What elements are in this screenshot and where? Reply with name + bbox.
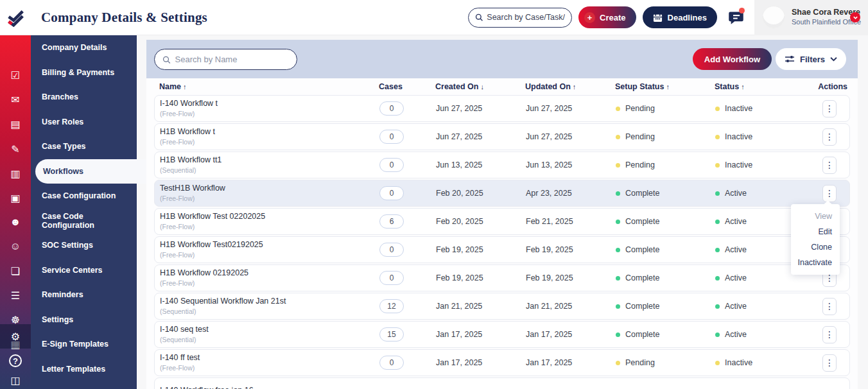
cases-count-badge: 0 [379,130,404,144]
global-search-input[interactable] [487,13,565,22]
setup-status-value: Complete [625,217,660,226]
sidebar-item-settings[interactable]: Settings [31,307,137,333]
sidebar-item-service-centers[interactable]: Service Centers [31,258,137,283]
table-row[interactable]: I-140 Sequential Workflow Jan 21st (Sequ… [154,293,850,320]
sidebar-item-billing-payments[interactable]: Billing & Payments [31,60,137,85]
sidebar-item-case-configuration[interactable]: Case Configuration [31,184,137,209]
table-row[interactable]: I-140 Workflow t (Free-Flow) 0 Jun 27, 2… [154,95,850,122]
user-caret-button[interactable] [850,12,860,22]
created-on-value: Jun 27, 2025 [436,132,526,141]
table-row[interactable]: I-140 seq test (Sequential) 15 Jan 17, 2… [154,321,850,348]
workflows-toolbar: Add Workflow Filters [146,40,858,78]
table-row[interactable]: TestH1B Workflow (Free-Flow) 0 Feb 20, 2… [154,180,850,207]
column-header-name[interactable]: Name↑ [159,82,379,91]
row-actions-button[interactable]: ⋮ [822,100,837,117]
filters-label: Filters [800,55,825,64]
sidebar-item-label: Case Configuration [42,191,116,200]
table-row[interactable]: H1B Workflow Test02192025 (Free-Flow) 0 … [154,236,850,263]
global-search[interactable] [468,8,572,28]
row-actions-button[interactable]: ⋮ [822,326,837,343]
sidebar-item-e-sign-templates[interactable]: E-Sign Templates [31,332,137,357]
menu-item-view[interactable]: View [791,209,840,224]
sidebar-item-company-details[interactable]: Company Details [31,35,137,60]
sidebar-item-letter-templates[interactable]: Letter Templates [31,357,137,382]
row-actions-button[interactable]: ⋮ [822,354,837,372]
messages-button[interactable] [724,5,748,30]
sidebar-item-case-types[interactable]: Case Types [31,134,137,159]
table-row[interactable]: I-140 Workflow free jan 16 ⋮ [154,377,850,389]
setup-status-value: Pending [625,132,655,141]
created-on-value: Jan 17, 2025 [436,358,526,367]
column-header-updated-on[interactable]: Updated On↑ [525,82,615,91]
row-actions-button[interactable]: ⋮ [822,128,837,146]
files-folder-icon[interactable]: ❏ [0,259,31,283]
chevron-down-icon [830,56,837,62]
workflow-search-input[interactable] [175,55,289,64]
app-window: Company Details & Settings + Create [0,0,868,389]
row-actions-button[interactable]: ⋮ [822,298,837,315]
sidebar-item-label: Billing & Payments [42,68,114,77]
row-actions-button[interactable]: ⋮ [822,185,837,202]
create-button[interactable]: + Create [578,6,636,28]
workflow-search[interactable] [154,49,297,70]
setup-status-dot [616,304,620,309]
workflow-name: I-140 Sequential Workflow Jan 21st [160,297,379,306]
sort-arrow-icon: ↓ [480,83,484,91]
workflow-name: H1B Workflow tt1 [160,155,379,165]
row-actions-button[interactable]: ⋮ [822,157,837,174]
search-icon [475,13,483,22]
sidebar-item-reminders[interactable]: Reminders [31,282,137,307]
table-row[interactable]: H1B Workflow Test 02202025 (Free-Flow) 6… [154,208,850,235]
menu-item-edit[interactable]: Edit [791,224,840,239]
sidebar-item-user-roles[interactable]: User Roles [31,110,137,135]
sort-arrow-icon: ↑ [666,83,670,91]
column-header-setup-status[interactable]: Setup Status↑ [615,82,715,91]
messages-icon[interactable]: ✉ [0,87,31,112]
user-menu[interactable]: Shae Cora Revere South Plainfield Office [754,0,868,35]
clipboard-check-icon[interactable]: ▣ [0,186,31,210]
status-dot [715,163,720,168]
letters-icon[interactable]: ▤ [0,112,31,136]
sidebar-item-workflows[interactable]: Workflows [35,159,146,184]
setup-status-value: Complete [625,189,660,198]
guide-book-icon[interactable]: ◫ [0,368,31,389]
table-row[interactable]: H1B Workflow t (Free-Flow) 0 Jun 27, 202… [154,123,850,150]
records-badge-icon[interactable]: ▥ [0,161,31,186]
menu-item-clone[interactable]: Clone [791,239,840,255]
sidebar-item-label: Reminders [42,290,83,299]
menu-item-inactivate[interactable]: Inactivate [791,255,840,270]
app-logo[interactable] [0,0,31,35]
status-cell: Active [715,217,803,226]
sidebar-item-case-code-configuration[interactable]: Case Code Configuration [31,209,137,234]
filters-button[interactable]: Filters [776,48,846,70]
created-on-value: Jun 13, 2025 [436,160,526,169]
cases-cell: 0 [379,130,436,144]
workflow-name: TestH1B Workflow [160,184,379,193]
table-row[interactable]: H1B Workflow 02192025 (Free-Flow) 0 Feb … [154,264,850,291]
documents-icon[interactable]: ☰ [0,283,31,307]
sidebar-item-branches[interactable]: Branches [31,85,137,110]
column-header-cases: Cases [379,82,435,91]
table-row[interactable]: I-140 ff test (Free-Flow) 0 Jan 17, 2025… [154,349,850,376]
workflow-type: (Sequential) [160,336,379,344]
updated-on-value: Feb 19, 2025 [526,245,616,254]
column-header-status[interactable]: Status↑ [715,82,803,91]
column-header-created-on[interactable]: Created On↓ [435,82,525,91]
actions-cell: ⋮ [803,128,849,146]
add-workflow-button[interactable]: Add Workflow [693,48,772,70]
name-cell: H1B Workflow 02192025 (Free-Flow) [160,268,379,288]
status-value: Active [725,217,747,226]
sidebar-item-soc-settings[interactable]: SOC Settings [31,233,137,258]
deadlines-button[interactable]: Deadlines [643,6,717,28]
status-cell: Inactive [715,358,803,367]
clients-icon[interactable]: ☻ [0,210,31,234]
contacts-icon[interactable]: ☺ [0,234,31,259]
case-tasks-icon[interactable]: ☑ [0,63,31,87]
name-cell: I-140 Workflow free jan 16 [160,386,379,389]
setup-status-dot [616,163,620,168]
notes-edit-icon[interactable]: ✎ [0,137,31,161]
settings-gear-icon[interactable]: ⚙ [0,324,31,349]
chevron-down-icon [853,15,858,21]
column-label: Status [715,82,739,91]
table-row[interactable]: H1B Workflow tt1 (Sequential) 0 Jun 13, … [154,151,850,178]
